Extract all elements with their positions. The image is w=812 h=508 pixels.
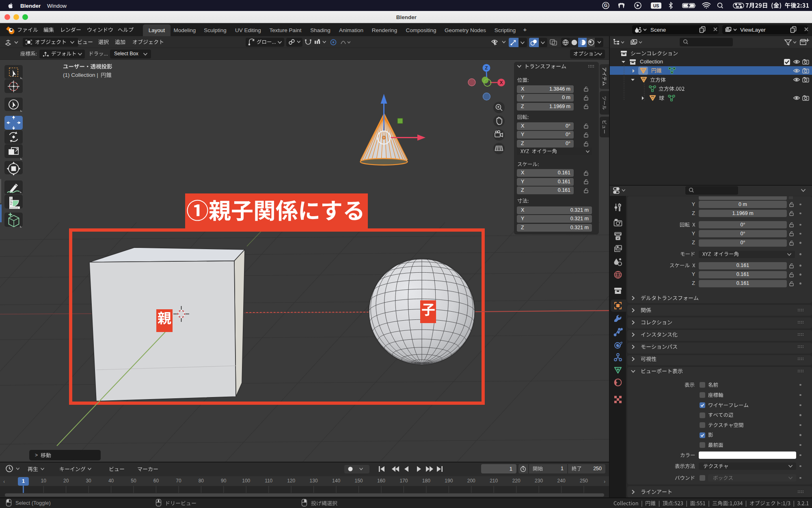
- svg-text:US: US: [653, 3, 659, 8]
- svg-text:Z: Z: [485, 65, 488, 70]
- svg-text:G: G: [604, 3, 608, 8]
